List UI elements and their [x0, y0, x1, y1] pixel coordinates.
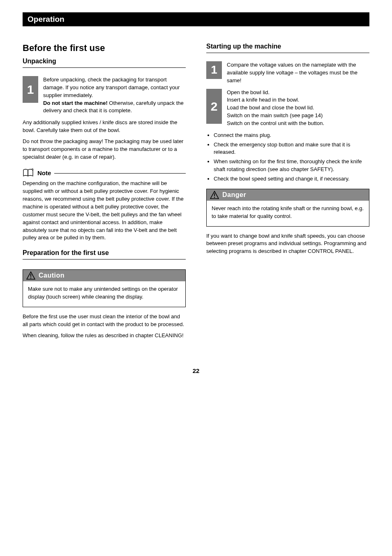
list-item: Check the emergency stop button and make…: [214, 141, 369, 157]
danger-head: Danger: [207, 189, 369, 201]
book-icon: [23, 168, 34, 177]
section-title-starting-up: Starting up the machine: [206, 43, 369, 50]
step-text: Before unpacking, check the packaging fo…: [43, 76, 186, 115]
warning-triangle-icon: [26, 271, 35, 280]
left-column: Before the first use Unpacking 1 Before …: [23, 43, 186, 343]
section-title-before-first-use: Before the first use: [23, 43, 186, 53]
step-number-icon: 2: [206, 89, 222, 124]
firstuse-paragraph: Before the first use the user must clean…: [23, 313, 186, 329]
header-bar: Operation: [23, 12, 369, 26]
note-label: Note: [37, 169, 51, 176]
svg-point-1: [30, 278, 31, 278]
list-item: When switching on for the first time, th…: [214, 158, 369, 174]
note-header: Note: [23, 168, 186, 177]
svg-point-3: [214, 197, 215, 198]
step-text: Open the bowl lid. Insert a knife head i…: [227, 89, 369, 127]
list-item: Check the bowl speed setting and change …: [214, 175, 369, 183]
unpacking-intro: Before unpacking, check the packaging fo…: [43, 76, 180, 98]
unpack-paragraph: Any additionally supplied knives / knife…: [23, 119, 186, 134]
note-rule: [54, 173, 186, 174]
right-column: Starting up the machine 1 Compare the vo…: [206, 43, 369, 343]
step-block: 1 Before unpacking, check the packaging …: [23, 76, 186, 115]
step-text: Compare the voltage values on the namepl…: [227, 61, 369, 85]
header-bar-title: Operation: [28, 15, 65, 24]
note-text: Depending on the machine configuration, …: [23, 180, 186, 242]
firstuse-paragraph: When cleaning, follow the rules as descr…: [23, 332, 186, 340]
startup-paragraph: If you want to change bowl and knife sha…: [206, 232, 369, 256]
unpack-paragraph: Do not throw the packaging away! The pac…: [23, 138, 186, 161]
danger-body: Never reach into the rotating knife shaf…: [207, 201, 369, 226]
list-item: Connect the mains plug.: [214, 132, 369, 139]
unpacking-intro-bold: Do not start the machine!: [43, 100, 109, 106]
danger-label: Danger: [222, 191, 246, 199]
caution-box: Caution Make sure not to make any uninte…: [23, 269, 186, 307]
section-title-first-use: Preparation for the first use: [23, 249, 186, 257]
step-number-icon: 1: [23, 76, 38, 103]
page-number: 22: [23, 367, 369, 374]
startup-bullets: Connect the mains plug. Check the emerge…: [206, 132, 369, 183]
danger-box: Danger Never reach into the rotating kni…: [206, 189, 369, 227]
warning-triangle-icon: [210, 191, 219, 199]
step-number-icon: 1: [206, 61, 222, 79]
section-title-unpacking: Unpacking: [23, 58, 186, 65]
step-block: 2 Open the bowl lid. Insert a knife head…: [206, 89, 369, 127]
step-block: 1 Compare the voltage values on the name…: [206, 61, 369, 85]
caution-label: Caution: [39, 272, 65, 279]
caution-head: Caution: [23, 270, 185, 281]
caution-body: Make sure not to make any unintended set…: [23, 281, 185, 307]
